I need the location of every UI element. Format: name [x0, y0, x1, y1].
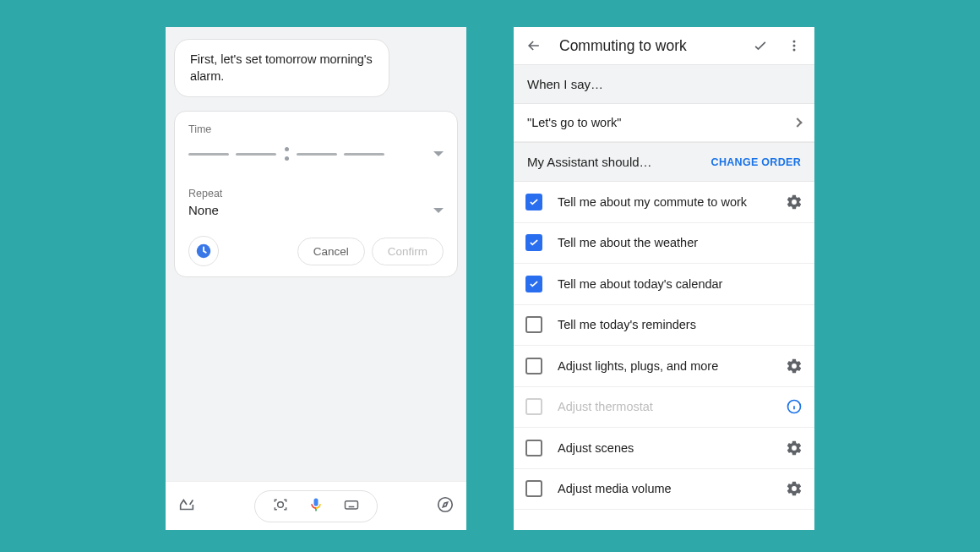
assistant-should-header: My Assistant should… CHANGE ORDER	[514, 142, 814, 182]
time-label: Time	[188, 123, 444, 135]
updates-icon[interactable]	[177, 495, 196, 517]
routine-title: Commuting to work	[559, 37, 735, 55]
gear-icon[interactable]	[786, 194, 803, 210]
assistant-message-text: First, let's set tomorrow morning's alar…	[190, 52, 373, 83]
assistant-should-label: My Assistant should…	[527, 155, 652, 169]
chevron-right-icon	[792, 118, 802, 127]
assistant-bottom-bar	[166, 481, 466, 530]
action-row[interactable]: Adjust media volume	[514, 469, 814, 511]
action-label: Adjust media volume	[558, 482, 770, 495]
action-checkbox[interactable]	[525, 480, 542, 497]
action-row[interactable]: Tell me today's reminders	[514, 305, 814, 347]
action-label: Adjust lights, plugs, and more	[558, 359, 770, 373]
time-min-tens	[297, 153, 337, 156]
alarm-card: Time Repeat No	[174, 111, 458, 277]
gear-icon[interactable]	[786, 440, 803, 456]
assistant-body: First, let's set tomorrow morning's alar…	[166, 27, 466, 481]
clock-icon	[194, 242, 213, 260]
mic-icon[interactable]	[308, 496, 324, 516]
repeat-label: Repeat	[188, 188, 444, 199]
time-dropdown-icon[interactable]	[433, 151, 444, 156]
assistant-message-bubble: First, let's set tomorrow morning's alar…	[174, 39, 389, 97]
when-i-say-header: When I say…	[514, 64, 814, 104]
confirm-button[interactable]: Confirm	[372, 238, 444, 265]
gear-icon[interactable]	[786, 358, 803, 374]
action-checkbox[interactable]	[525, 276, 542, 292]
clock-app-chip[interactable]	[188, 236, 219, 266]
keyboard-icon[interactable]	[343, 496, 360, 516]
lens-icon[interactable]	[272, 496, 289, 516]
explore-icon[interactable]	[436, 495, 455, 517]
action-row[interactable]: Adjust lights, plugs, and more	[514, 346, 814, 387]
action-checkbox[interactable]	[525, 234, 542, 251]
trigger-phrase-row[interactable]: "Let's go to work"	[514, 104, 814, 142]
action-row[interactable]: Tell me about today's calendar	[514, 264, 814, 305]
action-label: Tell me about the weather	[558, 236, 803, 249]
svg-point-1	[278, 501, 284, 507]
back-icon[interactable]	[525, 37, 542, 54]
assistant-alarm-screen: First, let's set tomorrow morning's alar…	[166, 27, 466, 530]
action-row[interactable]: Tell me about the weather	[514, 223, 814, 265]
time-colon	[283, 147, 290, 161]
action-checkbox[interactable]	[525, 316, 542, 333]
trigger-phrase-text: "Let's go to work"	[527, 116, 621, 129]
svg-point-6	[793, 49, 796, 52]
time-min-ones	[344, 153, 384, 156]
repeat-dropdown-icon	[433, 208, 444, 213]
confirm-label: Confirm	[388, 245, 427, 258]
action-label: Tell me about my commute to work	[558, 195, 770, 209]
action-checkbox[interactable]	[525, 194, 542, 210]
gear-icon[interactable]	[786, 480, 803, 497]
action-label: Adjust thermostat	[558, 400, 770, 413]
action-checkbox	[525, 398, 542, 415]
time-picker[interactable]	[188, 147, 427, 161]
change-order-button[interactable]: CHANGE ORDER	[711, 156, 801, 168]
action-label: Tell me about today's calendar	[558, 277, 803, 291]
action-checkbox[interactable]	[525, 358, 542, 374]
action-checkbox[interactable]	[525, 440, 542, 456]
action-row[interactable]: Tell me about my commute to work	[514, 182, 814, 223]
action-row[interactable]: Adjust thermostat	[514, 387, 814, 429]
check-icon[interactable]	[752, 37, 769, 54]
time-picker-row[interactable]	[188, 135, 444, 172]
input-pill	[254, 490, 378, 522]
cancel-label: Cancel	[313, 245, 349, 258]
time-section: Time	[188, 123, 444, 172]
routine-settings-screen: Commuting to work When I say… "Let's go …	[514, 27, 814, 530]
routine-header: Commuting to work	[514, 27, 814, 64]
overflow-icon[interactable]	[786, 37, 803, 54]
time-hour-tens	[188, 153, 229, 156]
action-label: Adjust scenes	[558, 441, 770, 455]
repeat-value: None	[188, 203, 219, 217]
action-label: Tell me today's reminders	[558, 318, 803, 331]
action-row[interactable]: Adjust scenes	[514, 428, 814, 469]
time-hour-ones	[236, 153, 276, 156]
info-icon[interactable]	[786, 398, 803, 415]
repeat-dropdown[interactable]: None	[188, 203, 444, 217]
svg-point-3	[438, 497, 453, 511]
card-actions: Cancel Confirm	[297, 238, 444, 265]
action-list: Tell me about my commute to workTell me …	[514, 182, 814, 530]
when-i-say-label: When I say…	[527, 77, 603, 91]
card-footer: Cancel Confirm	[188, 232, 444, 266]
repeat-section: Repeat None	[188, 188, 444, 217]
svg-point-4	[793, 41, 796, 43]
cancel-button[interactable]: Cancel	[297, 238, 365, 265]
svg-rect-2	[346, 500, 358, 508]
svg-point-5	[793, 45, 796, 47]
